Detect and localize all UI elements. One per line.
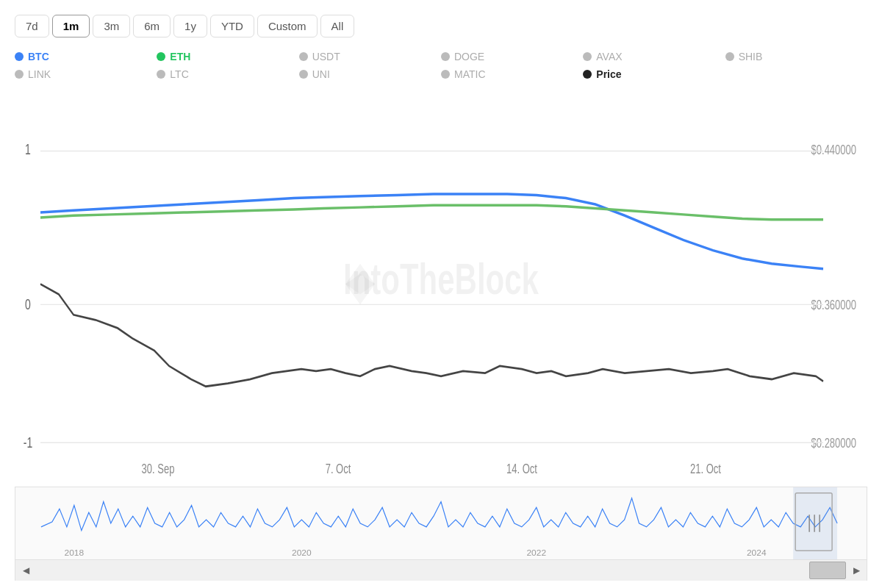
svg-text:14. Oct: 14. Oct bbox=[506, 462, 537, 476]
svg-text:2024: 2024 bbox=[747, 548, 767, 558]
svg-text:IntoTheBlock: IntoTheBlock bbox=[343, 256, 539, 304]
main-container: 7d1m3m6m1yYTDCustomAll BTCETHUSDTDOGEAVA… bbox=[0, 0, 882, 588]
svg-text:2020: 2020 bbox=[292, 548, 312, 558]
svg-text:2018: 2018 bbox=[65, 548, 85, 558]
svg-text:-1: -1 bbox=[24, 435, 32, 451]
main-chart-area: 1 0 -1 $0.440000 $0.360000 $0.280000 3 bbox=[15, 95, 867, 484]
legend-label-uni: UNI bbox=[312, 68, 330, 80]
legend-dot-avax bbox=[583, 52, 592, 61]
legend-dot-uni bbox=[299, 70, 308, 79]
chart-wrapper: 1 0 -1 $0.440000 $0.360000 $0.280000 3 bbox=[15, 95, 867, 581]
legend-label-eth: ETH bbox=[170, 51, 190, 62]
legend-dot-eth bbox=[157, 52, 165, 61]
scroll-right-button[interactable]: ▶ bbox=[846, 560, 867, 581]
time-btn-ytd[interactable]: YTD bbox=[210, 15, 254, 37]
svg-text:$0.440000: $0.440000 bbox=[811, 143, 857, 157]
legend-dot-doge bbox=[441, 52, 450, 61]
svg-text:21. Oct: 21. Oct bbox=[690, 462, 721, 476]
legend-dot-ltc bbox=[157, 70, 165, 79]
chart-legend: BTCETHUSDTDOGEAVAXSHIBLINKLTCUNIMATICPri… bbox=[15, 51, 867, 80]
scroll-track[interactable] bbox=[36, 560, 846, 581]
legend-item-shib[interactable]: SHIB bbox=[725, 51, 867, 62]
legend-label-matic: MATIC bbox=[454, 68, 486, 80]
scrollbar-row: ◀ ▶ bbox=[15, 560, 867, 581]
svg-text:2022: 2022 bbox=[526, 548, 546, 558]
legend-label-link: LINK bbox=[28, 68, 51, 80]
legend-label-shib: SHIB bbox=[739, 51, 763, 62]
legend-dot-usdt bbox=[299, 52, 308, 61]
legend-item-btc[interactable]: BTC bbox=[15, 51, 157, 62]
legend-dot-price bbox=[583, 70, 592, 79]
time-btn-1y[interactable]: 1y bbox=[173, 15, 207, 37]
legend-label-btc: BTC bbox=[28, 51, 49, 62]
legend-label-avax: AVAX bbox=[596, 51, 622, 62]
time-btn-1m[interactable]: 1m bbox=[52, 15, 90, 37]
time-btn-6m[interactable]: 6m bbox=[133, 15, 171, 37]
legend-item-uni[interactable]: UNI bbox=[299, 68, 441, 80]
time-btn-all[interactable]: All bbox=[320, 15, 355, 37]
legend-dot-shib bbox=[725, 52, 734, 61]
time-btn-7d[interactable]: 7d bbox=[15, 15, 49, 37]
legend-item-ltc[interactable]: LTC bbox=[157, 68, 298, 80]
legend-label-usdt: USDT bbox=[312, 51, 340, 62]
legend-item-link[interactable]: LINK bbox=[15, 68, 157, 80]
svg-text:1: 1 bbox=[25, 142, 31, 158]
legend-item-price[interactable]: Price bbox=[583, 68, 725, 80]
legend-dot-btc bbox=[15, 52, 24, 61]
scroll-left-button[interactable]: ◀ bbox=[15, 560, 36, 581]
legend-item-doge[interactable]: DOGE bbox=[441, 51, 583, 62]
legend-item-eth[interactable]: ETH bbox=[157, 51, 298, 62]
legend-label-price: Price bbox=[596, 68, 621, 80]
legend-item-usdt[interactable]: USDT bbox=[299, 51, 441, 62]
legend-item-matic[interactable]: MATIC bbox=[441, 68, 583, 80]
svg-rect-16 bbox=[15, 487, 867, 559]
main-chart-svg: 1 0 -1 $0.440000 $0.360000 $0.280000 3 bbox=[15, 95, 867, 484]
legend-item-avax[interactable]: AVAX bbox=[583, 51, 725, 62]
scroll-thumb[interactable] bbox=[809, 562, 846, 579]
mini-chart-area: 2018 2020 2022 2024 bbox=[15, 487, 867, 560]
svg-text:30. Sep: 30. Sep bbox=[142, 462, 175, 476]
time-range-selector: 7d1m3m6m1yYTDCustomAll bbox=[15, 15, 867, 37]
svg-rect-17 bbox=[793, 487, 837, 559]
svg-text:7. Oct: 7. Oct bbox=[326, 462, 351, 476]
legend-dot-link bbox=[15, 70, 24, 79]
legend-label-doge: DOGE bbox=[454, 51, 484, 62]
legend-label-ltc: LTC bbox=[170, 68, 188, 80]
legend-dot-matic bbox=[441, 70, 450, 79]
svg-text:0: 0 bbox=[25, 297, 31, 313]
time-btn-custom[interactable]: Custom bbox=[257, 15, 318, 37]
mini-chart-svg: 2018 2020 2022 2024 bbox=[15, 487, 867, 559]
time-btn-3m[interactable]: 3m bbox=[93, 15, 130, 37]
